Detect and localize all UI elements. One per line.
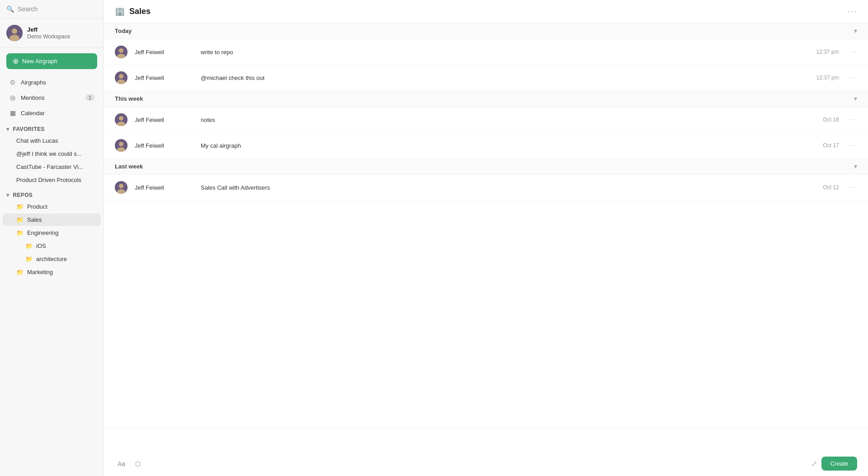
page-more-button[interactable]: ··· <box>848 7 857 16</box>
svg-point-4 <box>119 48 123 53</box>
sidebar-item-jeff-msg[interactable]: @jeff I think we could s... <box>3 148 101 160</box>
repos-label: Repos <box>13 192 33 198</box>
section-this-week-chevron: ▾ <box>854 95 857 102</box>
create-button[interactable]: Create <box>821 457 857 471</box>
workspace-name: Demo Workspace <box>27 33 70 40</box>
repo-engineering-label: Engineering <box>27 229 58 236</box>
sidebar-item-chat-lucas[interactable]: Chat with Lucas <box>3 135 101 147</box>
page-title: Sales <box>129 7 843 16</box>
calendar-label: Calendar <box>21 110 45 117</box>
entry-row: Jeff Feiwell notes Oct 18 ··· <box>104 107 868 133</box>
entry-row: Jeff Feiwell My cal airgraph Oct 17 ··· <box>104 133 868 159</box>
format-text-button[interactable]: Aa <box>115 458 128 469</box>
message-input[interactable] <box>115 434 857 452</box>
input-area: Aa ⬡ ⤢ Create <box>104 428 868 476</box>
mentions-badge: 1 <box>85 94 94 101</box>
repo-architecture-label: architecture <box>36 256 67 262</box>
entry-content: Sales Call with Advertisers <box>201 184 816 191</box>
entry-time: Oct 18 <box>823 117 839 123</box>
entry-time: 12:37 pm <box>816 75 839 81</box>
entry-row: Jeff Feiwell write to repo 12:37 pm ··· <box>104 39 868 65</box>
svg-point-16 <box>119 184 123 188</box>
entry-author: Jeff Feiwell <box>135 117 193 123</box>
avatar <box>6 25 23 41</box>
favorites-chevron-icon: ▾ <box>6 126 9 132</box>
search-bar[interactable]: 🔍 Search <box>0 0 104 19</box>
folder-icon: 📁 <box>25 256 33 262</box>
entry-more-button[interactable]: ··· <box>850 141 857 149</box>
entry-avatar <box>115 46 127 58</box>
mentions-icon: ◎ <box>9 94 16 101</box>
folder-icon: 📁 <box>16 203 24 210</box>
repo-item-engineering[interactable]: 📁 Engineering <box>3 227 101 239</box>
user-name: Jeff <box>27 26 70 34</box>
repo-item-sales[interactable]: 📁 Sales <box>3 214 101 226</box>
repo-sales-label: Sales <box>27 216 42 223</box>
workspace-info: Jeff Demo Workspace <box>27 26 70 40</box>
search-icon: 🔍 <box>6 5 14 13</box>
folder-icon: 📁 <box>16 216 24 223</box>
entry-more-button[interactable]: ··· <box>850 74 857 82</box>
section-last-week[interactable]: Last week ▾ <box>104 159 868 175</box>
folder-icon: 📁 <box>16 229 24 236</box>
favorites-section-header[interactable]: ▾ Favorites <box>0 122 104 134</box>
content-area: Today ▾ Jeff Feiwell write to repo 12:37… <box>104 23 868 428</box>
sidebar-item-calendar[interactable]: ▦ Calendar <box>3 106 101 120</box>
new-airgraph-label: New Airgraph <box>22 58 57 65</box>
calendar-icon: ▦ <box>9 109 16 117</box>
repos-chevron-icon: ▾ <box>6 192 9 198</box>
entry-content: notes <box>201 117 816 123</box>
new-airgraph-button[interactable]: ⊕ New Airgraph <box>6 53 97 69</box>
section-today[interactable]: Today ▾ <box>104 23 868 39</box>
svg-point-7 <box>119 74 123 79</box>
entry-avatar <box>115 181 127 194</box>
section-last-week-label: Last week <box>115 163 143 170</box>
workspace-header[interactable]: Jeff Demo Workspace <box>0 19 104 48</box>
sidebar-item-product-driven[interactable]: Product Driven Protocols <box>3 174 101 186</box>
entry-author: Jeff Feiwell <box>135 75 193 81</box>
input-toolbar: Aa ⬡ ⤢ Create <box>115 457 857 471</box>
svg-point-1 <box>12 28 17 34</box>
entry-row: Jeff Feiwell @michael check this out 12:… <box>104 65 868 91</box>
section-this-week[interactable]: This week ▾ <box>104 91 868 107</box>
sidebar-item-airgraphs[interactable]: ⊙ Airgraphs <box>3 75 101 89</box>
airgraphs-icon: ⊙ <box>9 79 16 86</box>
repo-item-architecture[interactable]: 📁 architecture <box>3 253 101 265</box>
repo-product-label: Product <box>27 203 47 210</box>
repo-item-marketing[interactable]: 📁 Marketing <box>3 266 101 278</box>
repos-section-header[interactable]: ▾ Repos <box>0 188 104 200</box>
entry-row: Jeff Feiwell Sales Call with Advertisers… <box>104 175 868 201</box>
section-this-week-label: This week <box>115 95 143 102</box>
favorites-label: Favorites <box>13 126 44 132</box>
entry-author: Jeff Feiwell <box>135 142 193 149</box>
plus-circle-icon: ⊕ <box>13 57 19 65</box>
embed-button[interactable]: ⬡ <box>132 458 143 469</box>
repo-marketing-label: Marketing <box>27 269 53 275</box>
entry-content: @michael check this out <box>201 75 809 81</box>
repo-item-ios[interactable]: 📁 iOS <box>3 240 101 252</box>
entry-time: 12:37 pm <box>816 49 839 55</box>
repo-item-product[interactable]: 📁 Product <box>3 201 101 213</box>
section-last-week-chevron: ▾ <box>854 163 857 170</box>
entry-avatar <box>115 113 127 126</box>
sidebar: 🔍 Search Jeff Demo Workspace ⊕ New Airgr… <box>0 0 104 476</box>
entry-more-button[interactable]: ··· <box>850 48 857 56</box>
entry-content: write to repo <box>201 49 809 56</box>
entry-content: My cal airgraph <box>201 142 816 149</box>
folder-icon: 📁 <box>25 243 33 249</box>
entry-more-button[interactable]: ··· <box>850 116 857 124</box>
entry-time: Oct 17 <box>823 142 839 149</box>
section-today-chevron: ▾ <box>854 28 857 34</box>
airgraphs-label: Airgraphs <box>21 79 46 86</box>
page-header: 🏢 Sales ··· <box>104 0 868 23</box>
sidebar-item-casttube[interactable]: CastTube - Farcaster Vi... <box>3 161 101 173</box>
svg-point-10 <box>119 116 123 121</box>
mentions-label: Mentions <box>21 94 45 101</box>
search-label: Search <box>18 5 38 13</box>
entry-more-button[interactable]: ··· <box>850 183 857 191</box>
section-today-label: Today <box>115 28 132 34</box>
sidebar-item-mentions[interactable]: ◎ Mentions 1 <box>3 90 101 105</box>
expand-button[interactable]: ⤢ <box>811 459 817 468</box>
entry-author: Jeff Feiwell <box>135 184 193 191</box>
entry-avatar <box>115 139 127 152</box>
